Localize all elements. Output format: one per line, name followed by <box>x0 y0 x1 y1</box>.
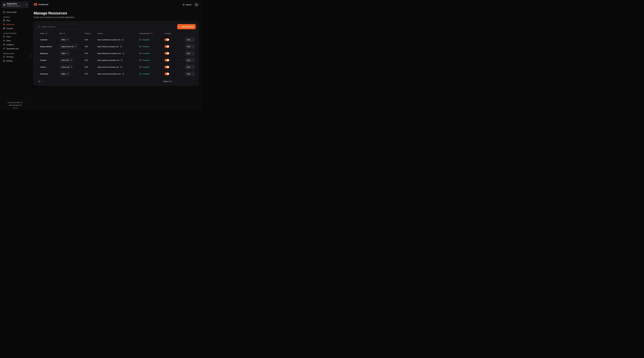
edit-button[interactable]: Edit → <box>185 58 195 63</box>
page-title: Manage Resources <box>34 11 199 15</box>
page-subtitle: Create secure proxies to your private ap… <box>34 16 199 18</box>
column-header-name[interactable]: Name <box>40 33 60 35</box>
edit-button[interactable]: Edit → <box>185 72 195 76</box>
brand-name: PANGOLIN <box>38 4 48 6</box>
card-toolbar: + Add Resource <box>37 24 196 29</box>
copy-url-button[interactable] <box>122 53 124 54</box>
shield-check-icon <box>139 52 141 54</box>
pagination: Page 1 of 1 « ‹ › » <box>163 79 196 84</box>
auth-status-badge: Protected <box>139 39 164 41</box>
sidebar-nav: Organization milo@fossorial.io's ... Ser… <box>0 0 30 100</box>
resource-access-url: https://grafana.example.com <box>97 59 119 61</box>
first-page-button[interactable]: « <box>176 79 180 84</box>
sidebar-item-invitations[interactable]: Invitations <box>2 43 28 47</box>
shield-check-icon <box>139 39 141 41</box>
sidebar-item-shareable-links[interactable]: Shareable Links <box>2 47 28 51</box>
edit-button[interactable]: Edit → <box>185 44 195 49</box>
sidebar-resize-handle[interactable] <box>30 54 31 57</box>
resource-name: Authentik <box>40 39 60 41</box>
column-header-authentication[interactable]: Authentication <box>139 33 164 35</box>
avatar[interactable]: M <box>194 3 198 7</box>
auth-status-badge: Protected <box>139 66 164 68</box>
copy-url-button[interactable] <box>122 39 124 41</box>
documentation-link[interactable]: Documentation <box>1 104 29 106</box>
enabled-toggle[interactable] <box>164 66 169 68</box>
sidebar-item-server-admin[interactable]: Server Admin <box>2 10 28 14</box>
prev-page-button[interactable]: ‹ <box>181 79 185 84</box>
enabled-toggle[interactable] <box>164 45 169 48</box>
copy-url-button[interactable] <box>120 46 122 48</box>
users-icon <box>3 36 5 38</box>
site-link-button[interactable]: Office <box>60 51 70 56</box>
edit-button[interactable]: Edit → <box>185 37 195 42</box>
row-actions: ··· Edit → <box>180 37 195 42</box>
enabled-toggle[interactable] <box>164 73 169 75</box>
enabled-toggle[interactable] <box>164 39 169 41</box>
row-menu-button[interactable]: ··· <box>180 39 183 41</box>
sidebar-item-api-keys[interactable]: API Keys <box>2 55 28 59</box>
row-actions: ··· Edit → <box>180 58 195 63</box>
theme-toggle[interactable]: System <box>183 4 192 6</box>
external-link-icon <box>21 102 23 103</box>
site-link-button[interactable]: Edge Device 01 <box>60 44 78 49</box>
next-page-button[interactable]: › <box>186 79 190 84</box>
row-menu-button[interactable]: ··· <box>180 59 183 61</box>
table-row: Battery Monitor Edge Device 01 TCP https… <box>37 43 196 50</box>
enabled-toggle[interactable] <box>164 52 169 55</box>
sidebar-item-settings[interactable]: Settings <box>2 59 28 63</box>
column-header-site[interactable]: Site <box>60 33 84 35</box>
page-size-select[interactable]: 20 <box>37 79 45 84</box>
enabled-toggle[interactable] <box>164 59 169 62</box>
sidebar-item-label: Settings <box>6 60 12 62</box>
edit-button[interactable]: Edit → <box>185 51 195 56</box>
row-actions: ··· Edit → <box>180 51 195 56</box>
sidebar-footer: Community Edition Documentation v1.7.0 <box>0 100 30 111</box>
copy-icon <box>120 46 122 48</box>
site-link-button[interactable]: AWS VPC <box>60 58 74 63</box>
sidebar-item-roles[interactable]: Roles <box>2 39 28 43</box>
row-actions: ··· Edit → <box>180 72 195 76</box>
copy-url-button[interactable] <box>122 73 124 75</box>
arrow-up-right-icon <box>67 53 68 54</box>
org-selector[interactable]: Organization milo@fossorial.io's ... <box>2 2 28 8</box>
sidebar-item-domains[interactable]: Domains <box>2 27 28 30</box>
resource-protocol: TCP <box>84 46 97 48</box>
search-input[interactable] <box>42 26 81 28</box>
row-menu-button[interactable]: ··· <box>180 53 183 54</box>
org-selector-title: Organization <box>6 3 24 5</box>
sidebar-item-users[interactable]: Users <box>2 35 28 39</box>
row-menu-button[interactable]: ··· <box>180 73 183 75</box>
sidebar: Organization milo@fossorial.io's ... Ser… <box>0 0 30 111</box>
mail-icon <box>3 44 5 46</box>
row-actions: ··· Edit → <box>180 44 195 49</box>
table-row: Immich Home Lab TCP https://immich.examp… <box>37 64 196 70</box>
gear-icon <box>3 60 5 62</box>
resource-access-url: https://immich.example.com <box>97 66 119 68</box>
search-icon <box>38 26 40 28</box>
sidebar-item-sites[interactable]: Sites <box>2 19 28 22</box>
site-link-button[interactable]: Office <box>60 37 70 42</box>
table-row: Bitwarden Office TCP https://bitwarden.e… <box>37 50 196 57</box>
sidebar-item-resources[interactable]: Resources <box>2 23 28 26</box>
edit-button[interactable]: Edit → <box>185 65 195 69</box>
row-menu-button[interactable]: ··· <box>180 66 183 68</box>
globe-icon <box>3 27 5 29</box>
copy-url-button[interactable] <box>121 59 122 61</box>
community-edition-link[interactable]: Community Edition <box>1 102 29 104</box>
sidebar-item-label: Server Admin <box>6 11 17 13</box>
brand-home-link[interactable]: PANGOLIN <box>34 3 48 7</box>
arrow-up-right-icon <box>70 66 72 68</box>
auth-status-badge: Protected <box>139 73 164 75</box>
sidebar-item-label: Roles <box>6 40 11 42</box>
resource-protocol: TCP <box>84 53 97 54</box>
add-resource-button[interactable]: + Add Resource <box>177 24 196 29</box>
site-link-button[interactable]: Home Lab <box>60 65 74 69</box>
copy-url-button[interactable] <box>120 66 122 68</box>
resource-protocol: TCP <box>84 39 97 41</box>
last-page-button[interactable]: » <box>192 79 196 84</box>
site-link-button[interactable]: Office <box>60 72 70 76</box>
row-menu-button[interactable]: ··· <box>180 46 183 48</box>
building-icon <box>3 4 5 6</box>
org-selector-texts: Organization milo@fossorial.io's ... <box>6 3 24 7</box>
sites-grid-icon <box>3 19 5 22</box>
